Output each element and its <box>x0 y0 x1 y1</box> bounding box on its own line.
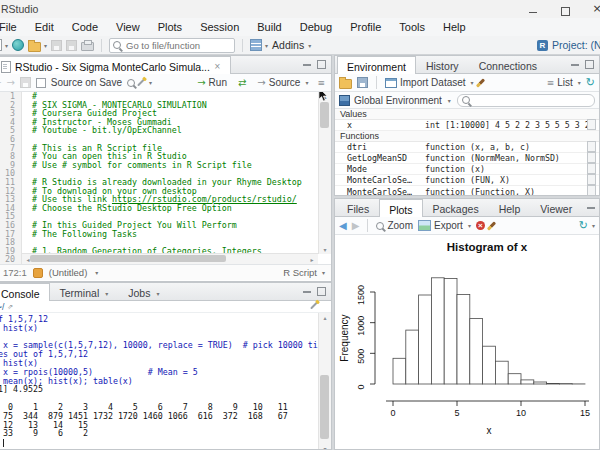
tab-help[interactable]: Help <box>489 199 531 216</box>
menu-item-debug[interactable]: Debug <box>291 18 341 36</box>
remove-plot-icon[interactable] <box>476 221 485 230</box>
console-line: mes out of 1,5,7,12 <box>0 350 317 359</box>
run-button[interactable]: → Run <box>197 77 227 88</box>
menu-item-code[interactable]: Code <box>63 18 107 36</box>
minimize-pane-icon[interactable] <box>571 64 579 66</box>
menu-item-profile[interactable]: Profile <box>341 18 390 36</box>
document-outline-icon[interactable]: ≡ <box>317 78 325 88</box>
code-tools-icon[interactable] <box>137 79 145 87</box>
tab-jobs[interactable]: Jobs▾ <box>118 283 169 300</box>
goto-file-search[interactable] <box>109 38 235 53</box>
object-name: Mode <box>335 164 425 174</box>
save-all-button[interactable] <box>66 40 77 51</box>
tab-packages[interactable]: Packages <box>423 199 489 216</box>
tab-files[interactable]: Files <box>337 199 379 216</box>
file-type-selector[interactable]: R Script ▾ <box>283 267 331 278</box>
toolbar-separator <box>376 76 377 89</box>
next-plot-icon[interactable]: ▶ <box>352 220 360 231</box>
tab-source-document[interactable]: RStudio - Six Sigma MonteCarlo Simula...… <box>0 56 231 74</box>
scroll-down-icon[interactable]: ▾ <box>319 445 331 450</box>
minimize-button[interactable] <box>522 2 544 16</box>
menu-item-view[interactable]: View <box>107 18 149 36</box>
pencil-icon[interactable] <box>310 302 318 310</box>
title-bar[interactable]: RStudio × <box>0 0 600 19</box>
maximize-button[interactable] <box>554 2 576 16</box>
tab-console[interactable]: Console <box>0 283 50 301</box>
menu-item-help[interactable]: Help <box>434 18 475 36</box>
menu-item-session[interactable]: Session <box>191 18 248 36</box>
scroll-down-icon[interactable]: ▾ <box>319 246 331 253</box>
console-output[interactable]: of 1,5,7,12> hist(x) > x = sample(c(1,5,… <box>0 313 331 450</box>
code-editor[interactable]: 1#2# SIX SIGMA - MONTECARLO SIMULATION3#… <box>0 92 331 264</box>
addins-menu[interactable]: Addins▾ <box>272 39 311 51</box>
plot-text: 1500 <box>356 285 366 305</box>
minimize-pane-icon[interactable] <box>303 291 311 293</box>
scrollbar-thumb[interactable] <box>320 375 329 439</box>
clear-objects-broom-icon[interactable] <box>476 78 485 87</box>
menu-item-edit[interactable]: Edit <box>26 18 63 36</box>
print-button[interactable] <box>81 39 94 51</box>
environment-object-row[interactable]: MonteCarloSe…function (Function, X) <box>335 186 599 196</box>
find-replace-icon[interactable] <box>127 79 135 87</box>
environment-object-row[interactable]: dtrifunction (x, a, b, c) <box>335 142 599 153</box>
document-name[interactable]: (Untitled) <box>49 267 88 278</box>
menu-item-file[interactable]: File <box>0 18 26 36</box>
import-dataset-button[interactable]: Import Dataset ▾ <box>385 77 474 88</box>
refresh-icon[interactable]: ↻ <box>586 77 595 88</box>
source-button[interactable]: → Source ▾ <box>257 77 308 88</box>
list-view-selector[interactable]: ≡ List ▾ <box>547 77 581 88</box>
menu-item-tools[interactable]: Tools <box>390 18 434 36</box>
environment-object-row[interactable]: xint [1:10000] 4 5 2 2 3 5 5 5 3 2 ... <box>335 120 599 131</box>
object-detail-icon[interactable] <box>587 119 599 132</box>
tab-terminal[interactable]: Terminal▾ <box>50 283 119 300</box>
workspace-panes-button[interactable]: ▾ <box>250 39 268 51</box>
menu-item-build[interactable]: Build <box>248 18 290 36</box>
minimize-pane-icon[interactable] <box>587 207 595 209</box>
scroll-right-icon[interactable]: ▸ <box>306 256 318 263</box>
tab-plots[interactable]: Plots <box>379 199 422 217</box>
rerun-icon[interactable]: ⇄ <box>238 77 246 88</box>
environment-object-row[interactable]: MonteCarloSe…function (FUN, X) <box>335 175 599 186</box>
menu-item-plots[interactable]: Plots <box>149 18 191 36</box>
close-button[interactable]: × <box>586 2 600 16</box>
zoom-button[interactable]: Zoom <box>376 220 413 231</box>
editor-horizontal-scrollbar[interactable]: ◂ ▸ <box>22 253 318 264</box>
object-detail-icon[interactable] <box>587 185 599 196</box>
tab-history[interactable]: History <box>416 56 469 73</box>
new-project-button[interactable] <box>12 39 24 51</box>
tab-environment[interactable]: Environment <box>337 56 416 74</box>
scrollbar-thumb[interactable] <box>320 102 329 128</box>
popout-icon[interactable]: ⇗ <box>7 303 13 311</box>
source-on-save-checkbox[interactable] <box>36 78 46 88</box>
load-workspace-icon[interactable] <box>339 79 352 89</box>
clear-plots-broom-icon[interactable] <box>487 221 496 230</box>
save-workspace-icon[interactable] <box>357 77 368 88</box>
scope-label[interactable]: Global Environment <box>354 95 442 106</box>
project-selector[interactable]: RProject: (None)▾ <box>537 39 600 51</box>
forward-icon[interactable]: → <box>6 77 14 88</box>
environment-object-row[interactable]: Modefunction (x) <box>335 164 599 175</box>
scroll-up-icon[interactable]: ▴ <box>319 314 331 321</box>
console-vertical-scrollbar[interactable]: ▴ ▾ <box>318 313 331 450</box>
goto-file-input[interactable] <box>124 39 224 52</box>
chevron-down-icon: ▾ <box>265 42 268 49</box>
editor-vertical-scrollbar[interactable]: ▴ ▾ <box>318 92 331 254</box>
scrollbar-thumb[interactable] <box>30 255 226 262</box>
back-icon[interactable]: ← <box>0 77 1 88</box>
open-file-button[interactable]: ▾ <box>28 39 47 52</box>
close-tab-icon[interactable]: × <box>214 62 221 71</box>
save-icon[interactable] <box>20 77 31 88</box>
export-button[interactable]: Export ▾ <box>418 220 471 231</box>
maximize-pane-icon[interactable] <box>585 60 594 69</box>
environment-object-row[interactable]: GetLogMeanSDfunction (NormMean, NormSD) <box>335 153 599 164</box>
previous-plot-icon[interactable]: ◀ <box>339 220 347 231</box>
tab-connections[interactable]: Connections <box>469 56 547 73</box>
new-file-button[interactable]: ▾ <box>0 39 8 51</box>
maximize-pane-icon[interactable] <box>317 287 326 296</box>
refresh-plot-icon[interactable]: ↻ <box>579 220 588 231</box>
save-button[interactable] <box>51 40 62 51</box>
environment-search[interactable] <box>457 94 595 107</box>
tab-viewer[interactable]: Viewer <box>530 199 582 216</box>
maximize-pane-icon[interactable] <box>317 60 326 69</box>
minimize-pane-icon[interactable] <box>303 64 311 66</box>
